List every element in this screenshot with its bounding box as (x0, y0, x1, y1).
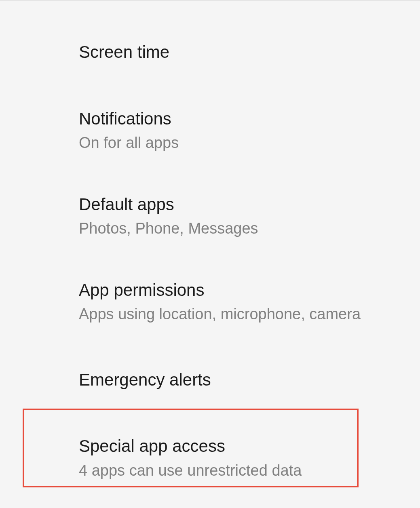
item-title: Default apps (79, 194, 420, 216)
item-title: Notifications (79, 108, 420, 130)
settings-item-app-permissions[interactable]: App permissions Apps using location, mic… (0, 259, 420, 345)
settings-item-default-apps[interactable]: Default apps Photos, Phone, Messages (0, 173, 420, 259)
item-title: Screen time (79, 41, 420, 63)
item-subtitle: On for all apps (79, 133, 420, 153)
item-title: Special app access (79, 435, 420, 457)
item-title: App permissions (79, 279, 420, 301)
item-subtitle: 4 apps can use unrestricted data (79, 461, 420, 481)
item-title: Emergency alerts (79, 369, 420, 391)
settings-item-emergency-alerts[interactable]: Emergency alerts (0, 345, 420, 415)
settings-item-screen-time[interactable]: Screen time (0, 17, 420, 88)
item-subtitle: Photos, Phone, Messages (79, 219, 420, 238)
settings-item-notifications[interactable]: Notifications On for all apps (0, 88, 420, 173)
item-subtitle: Apps using location, microphone, camera (79, 304, 420, 324)
settings-item-special-app-access[interactable]: Special app access 4 apps can use unrest… (0, 415, 420, 501)
settings-list: Screen time Notifications On for all app… (0, 1, 420, 501)
